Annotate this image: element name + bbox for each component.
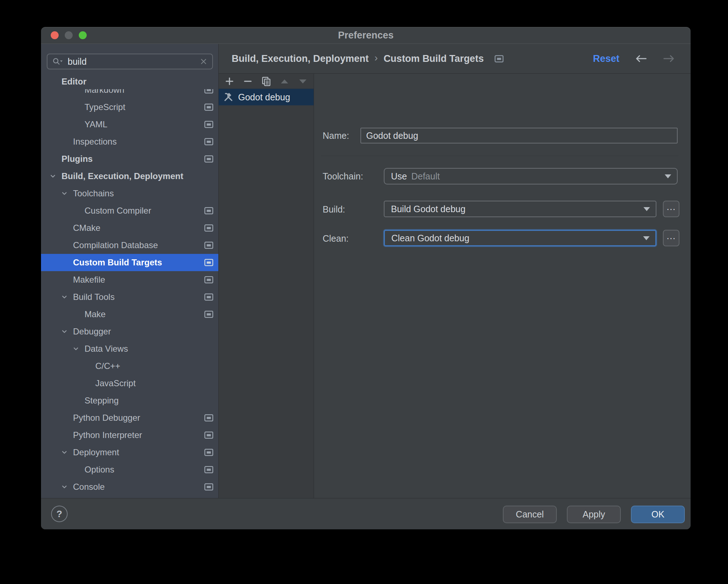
tree-item-label: Toolchains [73,188,114,199]
remove-button[interactable] [242,76,253,87]
search-match-indicator-icon [204,276,213,284]
section-divider [321,156,678,156]
tree-item-label: TypeScript [85,102,125,112]
chevron-down-icon[interactable] [61,190,68,197]
tree-item-label: Custom Compiler [85,206,151,216]
toolchain-value: Use [391,171,407,182]
search-match-indicator-icon [204,259,213,266]
reset-link[interactable]: Reset [593,53,619,64]
move-up-button[interactable] [279,76,290,87]
settings-sidebar: EditorMarkdownTypeScriptYAMLInspectionsP… [41,44,218,498]
tree-item-console[interactable]: Console [41,478,218,496]
tree-item-makefile[interactable]: Makefile [41,271,218,288]
tree-item-label: Plugins [62,154,93,164]
breadcrumb-parent[interactable]: Build, Execution, Deployment [232,53,369,64]
settings-detail-region: Build, Execution, Deployment › Custom Bu… [218,44,691,498]
search-match-indicator-icon [204,242,213,249]
build-more-button[interactable]: ... [663,201,679,217]
target-settings-form: Name: Toolchain: Use Default Build: [314,74,691,498]
chevron-down-icon[interactable] [72,345,79,352]
search-input[interactable] [67,56,196,67]
tree-item-deployment[interactable]: Deployment [41,444,218,461]
search-match-indicator-icon [204,432,213,439]
clear-search-icon[interactable] [200,58,207,65]
forward-arrow-icon[interactable] [663,54,675,63]
chevron-down-icon[interactable] [61,293,68,301]
breadcrumb-current[interactable]: Custom Build Targets [383,53,484,64]
tree-item-build-execution-deployment[interactable]: Build, Execution, Deployment [41,168,218,185]
move-down-button[interactable] [297,76,308,87]
search-icon[interactable] [53,57,63,66]
copy-icon [261,76,272,87]
tree-item-c-c[interactable]: C/C++ [41,357,218,375]
add-button[interactable] [224,76,235,87]
tree-item-python-debugger[interactable]: Python Debugger [41,409,218,426]
settings-header-bar: Build, Execution, Deployment › Custom Bu… [219,44,691,74]
tree-item-python-interpreter[interactable]: Python Interpreter [41,426,218,444]
target-name-field[interactable] [360,128,678,143]
search-match-indicator-icon [204,121,213,128]
settings-search-box[interactable] [47,54,213,69]
search-match-indicator-icon [204,293,213,301]
chevron-down-icon [643,236,650,240]
build-targets-list-panel: Godot debug [219,74,314,498]
build-dropdown[interactable]: Build Godot debug [384,201,656,217]
tree-item-inspections[interactable]: Inspections [41,133,218,150]
add-icon [224,76,235,87]
tree-item-label: Data Views [85,344,128,354]
tree-item-build-tools[interactable]: Build Tools [41,288,218,306]
tree-item-stepping[interactable]: Stepping [41,392,218,409]
search-match-indicator-icon [204,104,213,111]
tree-item-plugins[interactable]: Plugins [41,150,218,168]
chevron-down-icon[interactable] [49,173,56,180]
tree-item-cmake[interactable]: CMake [41,219,218,237]
tree-item-data-views[interactable]: Data Views [41,340,218,357]
build-target-tools-icon [223,92,234,102]
tree-item-make[interactable]: Make [41,306,218,323]
title-bar: Preferences [41,27,691,44]
copy-button[interactable] [261,76,272,87]
clean-more-button[interactable]: ... [663,230,679,246]
name-row: Name: [314,128,691,143]
tree-item-label: Python Interpreter [73,430,142,440]
toolchain-value-secondary: Default [411,171,440,182]
tree-item-custom-compiler[interactable]: Custom Compiler [41,202,218,219]
search-match-indicator-icon [204,466,213,474]
tree-item-editor[interactable]: Editor [41,74,218,89]
breadcrumb: Build, Execution, Deployment › Custom Bu… [232,44,504,73]
tree-item-label: Stepping [85,396,119,406]
chevron-down-icon[interactable] [61,328,68,335]
tree-item-options[interactable]: Options [41,461,218,478]
cancel-button[interactable]: Cancel [503,506,557,523]
clean-row: Clean: Clean Godot debug ... [314,230,691,247]
tree-item-yaml[interactable]: YAML [41,116,218,133]
tree-item-typescript[interactable]: TypeScript [41,99,218,116]
close-window-button[interactable] [51,31,59,39]
toolchain-dropdown[interactable]: Use Default [384,168,678,184]
chevron-down-icon[interactable] [61,483,68,491]
apply-button[interactable]: Apply [567,506,621,523]
tree-item-compilation-database[interactable]: Compilation Database [41,237,218,254]
chevron-down-icon[interactable] [61,449,68,456]
tree-item-custom-build-targets[interactable]: Custom Build Targets [41,254,218,271]
preferences-window: Preferences EditorMarkdownTypeScriptYAML… [41,27,691,529]
chevron-down-icon [665,174,671,178]
tree-item-javascript[interactable]: JavaScript [41,375,218,392]
ok-button[interactable]: OK [631,506,685,523]
minimize-window-button[interactable] [65,31,73,39]
search-match-indicator-icon[interactable] [495,55,504,63]
tree-item-label: Deployment [73,447,119,457]
tree-item-debugger[interactable]: Debugger [41,323,218,340]
search-match-indicator-icon [204,224,213,232]
tree-item-label: Make [85,309,106,319]
zoom-window-button[interactable] [79,31,87,39]
dialog-footer: ? Cancel Apply OK [41,498,691,529]
search-match-indicator-icon [204,311,213,318]
tree-item-toolchains[interactable]: Toolchains [41,185,218,202]
clean-dropdown[interactable]: Clean Godot debug [384,230,656,246]
target-list-item[interactable]: Godot debug [219,89,314,105]
search-match-indicator-icon [204,414,213,422]
dialog-body: EditorMarkdownTypeScriptYAMLInspectionsP… [41,44,691,498]
help-button[interactable]: ? [51,506,68,522]
back-arrow-icon[interactable] [634,54,647,63]
